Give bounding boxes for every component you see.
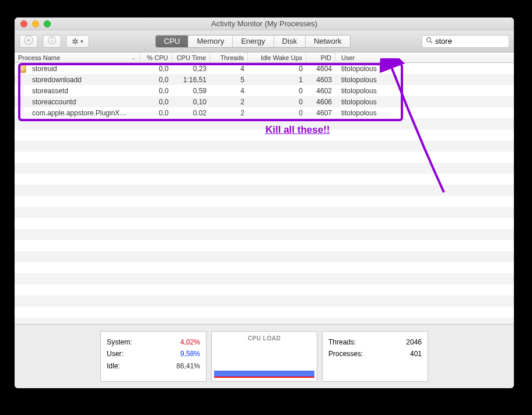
cell-pid: 4603 bbox=[306, 74, 335, 85]
tab-memory[interactable]: Memory bbox=[188, 36, 233, 47]
cell-cpu: 0,0 bbox=[140, 85, 172, 96]
search-field[interactable]: ✕ bbox=[422, 35, 509, 48]
column-header-name[interactable]: Process Name ⌄ bbox=[15, 52, 140, 62]
stat-value-threads: 2046 bbox=[406, 336, 422, 348]
cell-time: 0,59 bbox=[172, 85, 210, 96]
cell-user: titolopolous bbox=[335, 96, 405, 107]
sort-indicator-icon: ⌄ bbox=[131, 55, 136, 61]
info-icon bbox=[47, 36, 57, 47]
svg-point-6 bbox=[427, 38, 431, 42]
cell-time: 0,02 bbox=[172, 107, 210, 118]
cell-cpu: 0,0 bbox=[140, 96, 172, 107]
inspect-process-button[interactable] bbox=[43, 35, 61, 48]
process-icon-cell bbox=[15, 107, 29, 118]
cell-user: titolopolous bbox=[335, 85, 405, 96]
window-title: Activity Monitor (My Processes) bbox=[211, 19, 317, 28]
options-menu-button[interactable]: ✲ ▾ bbox=[66, 35, 89, 48]
cell-user: titolopolous bbox=[335, 63, 405, 74]
column-header-wake[interactable]: Idle Wake Ups bbox=[248, 52, 306, 62]
chart-area bbox=[214, 363, 314, 378]
counts-panel: Threads:2046 Processes:401 bbox=[322, 331, 428, 382]
close-window-button[interactable] bbox=[20, 20, 27, 27]
chart-user-band bbox=[214, 371, 314, 377]
cell-pid: 4607 bbox=[306, 107, 335, 118]
stat-value-idle: 86,41% bbox=[176, 360, 200, 372]
process-icon-cell bbox=[15, 85, 29, 96]
cell-time: 0,23 bbox=[172, 63, 210, 74]
cell-pid: 4602 bbox=[306, 85, 335, 96]
chevron-down-icon: ▾ bbox=[80, 38, 83, 44]
cell-time: 0,10 bbox=[172, 96, 210, 107]
cell-threads: 2 bbox=[210, 107, 248, 118]
stat-value-user: 9,58% bbox=[180, 348, 200, 360]
table-row[interactable]: com.apple.appstore.PluginX… 0,0 0,02 2 0… bbox=[15, 107, 514, 118]
minimize-window-button[interactable] bbox=[32, 20, 39, 27]
tab-disk[interactable]: Disk bbox=[274, 36, 306, 47]
cell-time: 1:16,51 bbox=[172, 74, 210, 85]
column-header-cpu[interactable]: % CPU bbox=[140, 52, 172, 62]
cell-threads: 4 bbox=[210, 85, 248, 96]
toolbar: ✲ ▾ CPU Memory Energy Disk Network ✕ bbox=[15, 30, 514, 52]
column-header-time[interactable]: CPU Time bbox=[172, 52, 210, 62]
process-table: storeuid 0,0 0,23 4 0 4604 titolopolous … bbox=[15, 63, 514, 324]
svg-point-4 bbox=[51, 38, 52, 39]
cell-pid: 4604 bbox=[306, 63, 335, 74]
tab-network[interactable]: Network bbox=[306, 36, 350, 47]
cell-pid: 4606 bbox=[306, 96, 335, 107]
cell-wake: 0 bbox=[248, 63, 306, 74]
stat-label: Idle: bbox=[107, 360, 120, 372]
chart-system-band bbox=[214, 377, 314, 378]
cpu-stats-panel: System:4,02% User:9,58% Idle:86,41% bbox=[100, 331, 206, 382]
stat-value-processes: 401 bbox=[410, 348, 422, 360]
chart-title: CPU LOAD bbox=[212, 335, 317, 342]
stat-label: Processes: bbox=[328, 348, 363, 360]
stat-label: User: bbox=[107, 348, 124, 360]
column-header-threads[interactable]: Threads bbox=[210, 52, 248, 62]
cell-threads: 4 bbox=[210, 63, 248, 74]
process-icon-cell bbox=[15, 74, 29, 85]
footer: System:4,02% User:9,58% Idle:86,41% CPU … bbox=[15, 324, 514, 388]
search-input[interactable] bbox=[435, 37, 514, 45]
svg-rect-5 bbox=[51, 40, 52, 43]
table-row[interactable]: storedownloadd 0,0 1:16,51 5 1 4603 tito… bbox=[15, 74, 514, 85]
column-header-user[interactable]: User bbox=[335, 52, 405, 62]
cell-name: storeaccountd bbox=[29, 96, 140, 107]
cell-wake: 0 bbox=[248, 96, 306, 107]
column-header-pid[interactable]: PID bbox=[306, 52, 335, 62]
search-icon bbox=[426, 37, 433, 45]
cpu-load-chart: CPU LOAD bbox=[211, 331, 317, 382]
cell-name: storedownloadd bbox=[29, 74, 140, 85]
process-icon-cell bbox=[15, 96, 29, 107]
tab-segmented-control: CPU Memory Energy Disk Network bbox=[155, 35, 351, 48]
svg-line-7 bbox=[430, 41, 432, 43]
cell-cpu: 0,0 bbox=[140, 63, 172, 74]
cell-threads: 2 bbox=[210, 96, 248, 107]
table-header: Process Name ⌄ % CPU CPU Time Threads Id… bbox=[15, 52, 514, 63]
cell-wake: 0 bbox=[248, 107, 306, 118]
process-icon-cell bbox=[15, 63, 29, 74]
process-rows: storeuid 0,0 0,23 4 0 4604 titolopolous … bbox=[15, 63, 514, 118]
cell-user: titolopolous bbox=[335, 107, 405, 118]
app-icon bbox=[18, 65, 26, 73]
stat-label: Threads: bbox=[328, 336, 356, 348]
column-label: Process Name bbox=[18, 54, 60, 61]
stat-label: System: bbox=[107, 336, 132, 348]
tab-energy[interactable]: Energy bbox=[233, 36, 274, 47]
cell-name: storeuid bbox=[29, 63, 140, 74]
gear-icon: ✲ bbox=[72, 37, 79, 46]
cell-name: storeassetd bbox=[29, 85, 140, 96]
cell-name: com.apple.appstore.PluginX… bbox=[29, 107, 140, 118]
table-row[interactable]: storeassetd 0,0 0,59 4 0 4602 titolopolo… bbox=[15, 85, 514, 96]
octagon-x-icon bbox=[24, 36, 33, 47]
cell-user: titolopolous bbox=[335, 74, 405, 85]
table-row[interactable]: storeaccountd 0,0 0,10 2 0 4606 titolopo… bbox=[15, 96, 514, 107]
cell-wake: 1 bbox=[248, 74, 306, 85]
activity-monitor-window: Activity Monitor (My Processes) ✲ ▾ CPU … bbox=[15, 17, 514, 388]
cell-threads: 5 bbox=[210, 74, 248, 85]
cell-wake: 0 bbox=[248, 85, 306, 96]
stop-process-button[interactable] bbox=[19, 35, 38, 48]
zoom-window-button[interactable] bbox=[44, 20, 51, 27]
table-row[interactable]: storeuid 0,0 0,23 4 0 4604 titolopolous bbox=[15, 63, 514, 74]
tab-cpu[interactable]: CPU bbox=[156, 36, 188, 47]
cell-cpu: 0,0 bbox=[140, 107, 172, 118]
